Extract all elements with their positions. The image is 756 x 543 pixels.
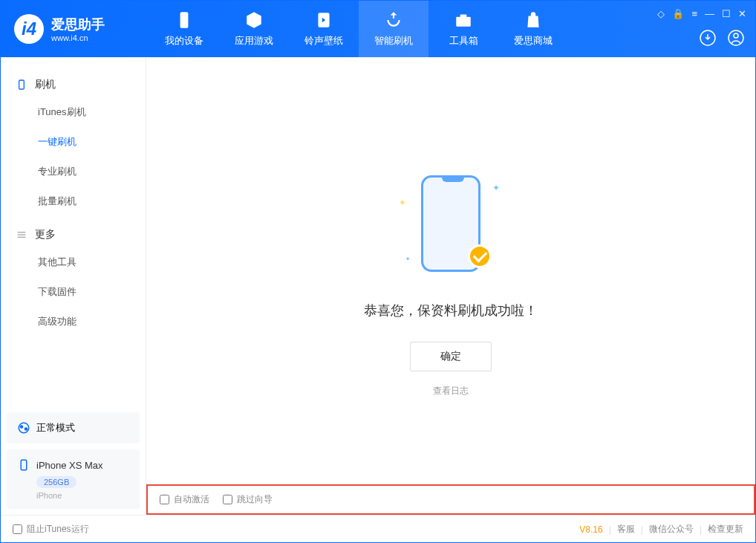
sidebar-header-more: 更多: [1, 222, 146, 247]
app-name: 爱思助手: [51, 16, 105, 33]
maximize-button[interactable]: ☐: [722, 8, 731, 19]
tab-label: 智能刷机: [374, 34, 413, 48]
version-label: V8.16: [579, 524, 602, 535]
sidebar-item-pro[interactable]: 专业刷机: [1, 157, 146, 186]
wechat-link[interactable]: 微信公众号: [649, 523, 694, 536]
support-link[interactable]: 客服: [617, 523, 635, 536]
menu-icon[interactable]: ≡: [691, 8, 697, 19]
sidebar-section-more: 更多 其他工具 下载固件 高级功能: [1, 222, 146, 336]
device-card[interactable]: iPhone XS Max 256GB iPhone: [7, 449, 140, 509]
logo-icon: i4: [14, 14, 44, 44]
svg-rect-14: [21, 460, 27, 470]
footer: 阻止iTunes运行 V8.16 | 客服 | 微信公众号 | 检查更新: [1, 515, 755, 543]
sidebar: 刷机 iTunes刷机 一键刷机 专业刷机 批量刷机 更多 其他工具 下载固件 …: [1, 57, 146, 515]
skip-guide-checkbox[interactable]: 跳过向导: [223, 493, 273, 506]
sidebar-header-flash: 刷机: [1, 72, 146, 97]
block-itunes-checkbox[interactable]: 阻止iTunes运行: [13, 523, 89, 536]
tab-label: 我的设备: [165, 34, 203, 48]
toolbox-icon: [454, 10, 473, 30]
phone-icon: [175, 10, 194, 30]
device-icon: [16, 79, 27, 91]
tab-ringtones[interactable]: 铃声壁纸: [289, 1, 359, 57]
svg-rect-0: [180, 12, 189, 28]
footer-right: V8.16 | 客服 | 微信公众号 | 检查更新: [579, 523, 743, 536]
sidebar-item-other[interactable]: 其他工具: [1, 247, 146, 277]
sidebar-item-download[interactable]: 下载固件: [1, 277, 146, 307]
device-type: iPhone: [36, 491, 129, 500]
svg-point-13: [25, 428, 27, 430]
close-button[interactable]: ✕: [738, 8, 746, 19]
svg-point-11: [19, 423, 29, 433]
svg-rect-3: [460, 14, 467, 17]
mode-card[interactable]: 正常模式: [7, 412, 140, 443]
header-actions: [699, 29, 745, 47]
content: ✦ ✦ • 恭喜您，保资料刷机成功啦！ 确定 查看日志 自动激活 跳过向导: [146, 57, 755, 515]
list-icon: [16, 229, 27, 241]
success-illustration: ✦ ✦ •: [406, 175, 495, 279]
success-message: 恭喜您，保资料刷机成功啦！: [364, 302, 538, 319]
checkbox-bar: 自动激活 跳过向导: [146, 484, 755, 515]
sidebar-item-batch[interactable]: 批量刷机: [1, 186, 146, 216]
view-log-link[interactable]: 查看日志: [433, 385, 469, 397]
minimize-button[interactable]: —: [705, 8, 714, 19]
svg-point-12: [21, 426, 23, 428]
main: 刷机 iTunes刷机 一键刷机 专业刷机 批量刷机 更多 其他工具 下载固件 …: [1, 57, 755, 515]
logo-text: 爱思助手 www.i4.cn: [51, 16, 105, 42]
user-icon[interactable]: [727, 29, 745, 47]
tab-store[interactable]: 爱思商城: [498, 1, 568, 57]
svg-rect-2: [456, 17, 471, 27]
update-link[interactable]: 检查更新: [708, 523, 743, 536]
sidebar-item-onekey[interactable]: 一键刷机: [1, 127, 146, 157]
refresh-icon: [384, 10, 403, 30]
device-name: iPhone XS Max: [36, 460, 103, 471]
auto-activate-checkbox[interactable]: 自动激活: [160, 493, 209, 506]
sidebar-section-flash: 刷机 iTunes刷机 一键刷机 专业刷机 批量刷机: [1, 72, 146, 216]
tab-apps[interactable]: 应用游戏: [219, 1, 289, 57]
sidebar-item-itunes[interactable]: iTunes刷机: [1, 97, 146, 127]
sidebar-item-advanced[interactable]: 高级功能: [1, 307, 146, 336]
cube-icon: [244, 10, 264, 30]
bag-icon: [524, 10, 543, 30]
tab-label: 爱思商城: [514, 34, 553, 48]
tab-label: 应用游戏: [235, 34, 273, 48]
app-url: www.i4.cn: [51, 33, 105, 42]
logo-area: i4 爱思助手 www.i4.cn: [1, 14, 149, 44]
device-cards: 正常模式 iPhone XS Max 256GB iPhone: [1, 412, 146, 515]
svg-point-6: [734, 33, 738, 38]
lock-icon[interactable]: 🔒: [672, 8, 684, 19]
device-small-icon: [17, 458, 30, 472]
tab-label: 工具箱: [449, 34, 478, 48]
tab-my-device[interactable]: 我的设备: [149, 1, 219, 57]
mode-icon: [17, 421, 30, 435]
svg-rect-7: [19, 80, 25, 89]
download-icon[interactable]: [699, 29, 717, 47]
music-icon: [314, 10, 333, 30]
tab-toolbox[interactable]: 工具箱: [428, 1, 498, 57]
window-controls: ◇ 🔒 ≡ — ☐ ✕: [657, 8, 746, 19]
header: i4 爱思助手 www.i4.cn 我的设备 应用游戏 铃声壁纸 智能刷机 工具…: [1, 1, 755, 57]
nav-tabs: 我的设备 应用游戏 铃声壁纸 智能刷机 工具箱 爱思商城: [149, 1, 568, 57]
shirt-icon[interactable]: ◇: [657, 8, 665, 19]
tab-smart-flash[interactable]: 智能刷机: [359, 1, 428, 57]
mode-label: 正常模式: [36, 421, 75, 435]
confirm-button[interactable]: 确定: [410, 342, 492, 371]
tab-label: 铃声壁纸: [304, 34, 343, 48]
check-badge-icon: [468, 244, 492, 268]
storage-badge: 256GB: [36, 476, 76, 488]
